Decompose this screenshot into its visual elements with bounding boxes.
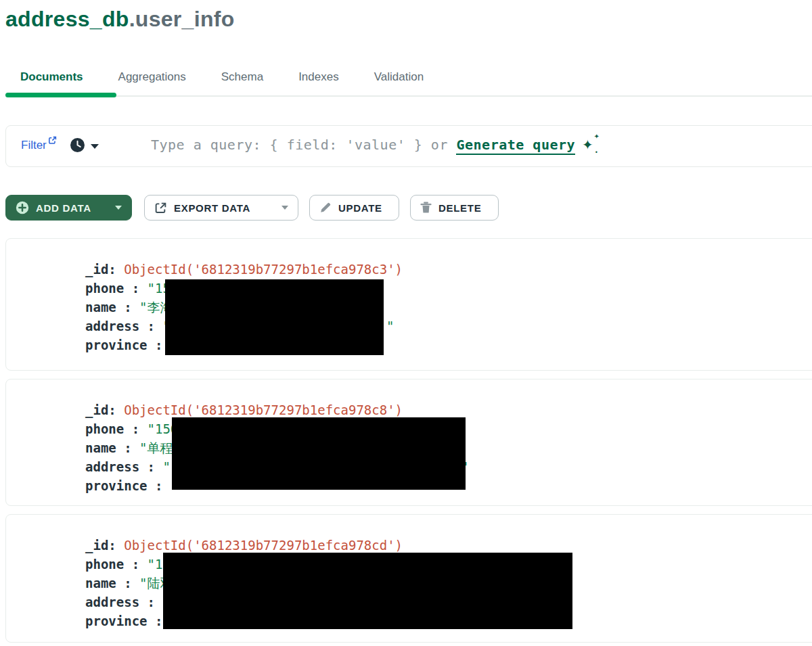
redaction-box bbox=[172, 417, 466, 490]
document-fields: _id: ObjectId('6812319b77297b1efca978c3'… bbox=[6, 239, 812, 354]
document-card[interactable]: _id: ObjectId('6812319b77297b1efca978cd'… bbox=[5, 514, 812, 643]
query-placeholder: Type a query: { field: 'value' } or bbox=[151, 137, 448, 153]
tab-schema[interactable]: Schema bbox=[221, 70, 263, 88]
tabs-divider bbox=[5, 95, 812, 97]
collection-name: user_info bbox=[135, 7, 235, 31]
address-closing-quote: " bbox=[386, 317, 394, 336]
collection-tabs: Documents Aggregations Schema Indexes Va… bbox=[20, 70, 424, 88]
external-link-icon bbox=[48, 135, 57, 147]
export-data-button[interactable]: EXPORT DATA bbox=[144, 195, 298, 221]
chevron-down-icon bbox=[91, 144, 99, 149]
delete-button[interactable]: DELETE bbox=[410, 195, 499, 221]
field-id: _id: ObjectId('6812319b77297b1efca978c8'… bbox=[85, 400, 812, 419]
active-tab-indicator bbox=[5, 93, 116, 97]
export-data-label: EXPORT DATA bbox=[174, 202, 250, 214]
namespace-dot: . bbox=[129, 7, 135, 31]
sparkle-icon: ✦✦• bbox=[582, 137, 593, 153]
delete-label: DELETE bbox=[438, 202, 481, 214]
export-icon bbox=[154, 202, 167, 214]
generate-query-link[interactable]: Generate query bbox=[456, 137, 575, 155]
redaction-box bbox=[163, 553, 572, 629]
add-data-button[interactable]: ADD DATA bbox=[5, 195, 132, 221]
document-card[interactable]: _id: ObjectId('6812319b77297b1efca978c3'… bbox=[5, 238, 812, 371]
chevron-down-icon bbox=[281, 206, 288, 210]
chevron-down-icon bbox=[115, 206, 122, 210]
query-bar: Filter Type a query: { field: 'value' } … bbox=[5, 125, 812, 167]
filter-link[interactable]: Filter bbox=[21, 139, 55, 152]
pencil-icon bbox=[319, 202, 332, 214]
field-id: _id: ObjectId('6812319b77297b1efca978cd'… bbox=[85, 536, 812, 555]
update-label: UPDATE bbox=[338, 202, 382, 214]
clock-icon bbox=[70, 137, 85, 156]
redaction-box bbox=[165, 279, 384, 355]
objectid-value: ObjectId('6812319b77297b1efca978c8') bbox=[124, 402, 403, 417]
tab-validation[interactable]: Validation bbox=[374, 70, 424, 88]
objectid-value: ObjectId('6812319b77297b1efca978cd') bbox=[124, 538, 403, 553]
tab-aggregations[interactable]: Aggregations bbox=[118, 70, 186, 88]
trash-icon bbox=[420, 202, 432, 214]
tab-indexes[interactable]: Indexes bbox=[298, 70, 339, 88]
query-input[interactable]: Type a query: { field: 'value' } or Gene… bbox=[151, 137, 593, 153]
add-data-label: ADD DATA bbox=[36, 202, 91, 214]
db-name: address_db bbox=[5, 7, 129, 31]
field-id: _id: ObjectId('6812319b77297b1efca978c3'… bbox=[85, 260, 812, 279]
plus-circle-icon bbox=[16, 201, 29, 214]
page-title: address_db.user_info bbox=[5, 7, 235, 32]
objectid-value: ObjectId('6812319b77297b1efca978c3') bbox=[124, 262, 403, 277]
document-card[interactable]: _id: ObjectId('6812319b77297b1efca978c8'… bbox=[5, 379, 812, 506]
tab-documents[interactable]: Documents bbox=[20, 70, 83, 88]
query-history-button[interactable] bbox=[70, 137, 99, 156]
update-button[interactable]: UPDATE bbox=[309, 195, 399, 221]
filter-label: Filter bbox=[21, 139, 47, 152]
